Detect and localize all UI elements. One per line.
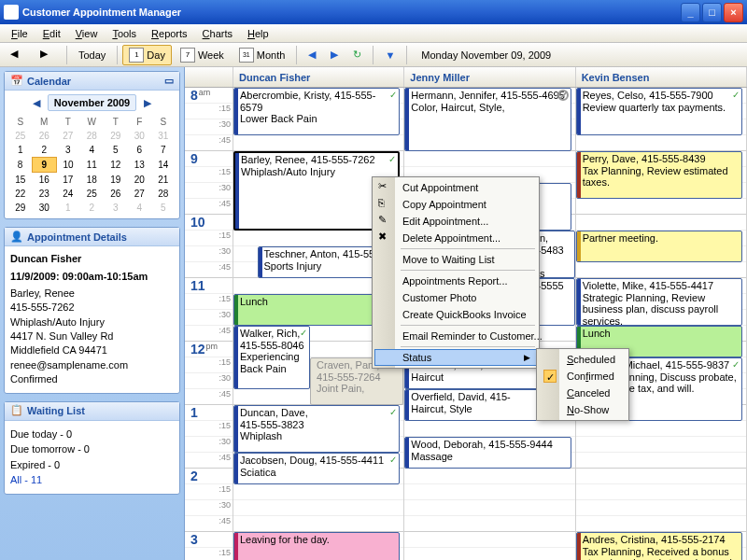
cal-day[interactable]: 25 xyxy=(8,129,33,143)
cal-day[interactable]: 5 xyxy=(104,143,128,158)
cal-day[interactable]: 12 xyxy=(104,158,128,173)
cal-day[interactable]: 29 xyxy=(104,129,128,143)
cal-day[interactable]: 30 xyxy=(128,129,152,143)
context-item[interactable]: Status▶Scheduled✓ConfirmedCanceledNo-Sho… xyxy=(374,349,537,366)
cal-month-label[interactable]: November 2009 xyxy=(48,94,136,111)
close-button[interactable]: × xyxy=(724,3,743,22)
cal-next-button[interactable]: ▶ xyxy=(142,97,153,108)
cal-day[interactable]: 23 xyxy=(33,187,57,201)
cal-day[interactable]: 6 xyxy=(128,143,152,158)
cal-day[interactable]: 28 xyxy=(80,129,105,143)
collapse-icon[interactable]: ▭ xyxy=(164,75,174,87)
menu-tools[interactable]: Tools xyxy=(105,26,144,41)
cal-day[interactable]: 22 xyxy=(8,187,33,201)
cal-day[interactable]: 3 xyxy=(104,201,128,215)
prev-button[interactable]: ◀ xyxy=(302,45,322,65)
titlebar[interactable]: Customer Appointment Manager _ □ × xyxy=(0,0,747,24)
today-button[interactable]: Today xyxy=(72,45,112,65)
column-header[interactable]: Kevin Bensen xyxy=(576,67,747,87)
menu-file[interactable]: File xyxy=(4,26,35,41)
cal-day[interactable]: 3 xyxy=(56,143,80,158)
menu-charts[interactable]: Charts xyxy=(195,26,240,41)
appointment[interactable]: Wood, Deborah, 415-555-9444 Massage xyxy=(404,437,571,469)
cal-day[interactable]: 13 xyxy=(128,158,152,173)
cal-day[interactable]: 4 xyxy=(128,201,152,215)
cal-day[interactable]: 31 xyxy=(151,129,176,143)
minimize-button[interactable]: _ xyxy=(681,3,700,22)
cal-day[interactable]: 15 xyxy=(8,173,33,188)
context-item[interactable]: Move to Waiting List xyxy=(374,251,537,268)
context-item[interactable]: Email Reminder to Customer... xyxy=(374,328,537,344)
context-item[interactable]: ✎Edit Appointment... xyxy=(374,213,537,230)
cal-day[interactable]: 2 xyxy=(80,201,105,215)
status-submenu[interactable]: Scheduled✓ConfirmedCanceledNo-Show xyxy=(536,348,629,421)
cal-day[interactable]: 25 xyxy=(80,187,105,201)
context-item[interactable]: ⎘Copy Appointment xyxy=(374,196,537,213)
maximize-button[interactable]: □ xyxy=(702,3,722,22)
cal-day[interactable]: 1 xyxy=(56,201,80,215)
cal-day[interactable]: 28 xyxy=(151,187,176,201)
menu-reports[interactable]: Reports xyxy=(144,26,195,41)
cal-day[interactable]: 27 xyxy=(56,129,80,143)
cal-day[interactable]: 4 xyxy=(80,143,105,158)
appointment[interactable]: Walker, Rich, 415-555-8046 Experiencing … xyxy=(233,326,310,389)
cal-day[interactable]: 8 xyxy=(8,158,33,173)
status-item[interactable]: No-Show xyxy=(539,401,627,418)
cal-day[interactable]: 10 xyxy=(56,158,80,173)
waiting-line[interactable]: Expired - 0 xyxy=(10,457,174,473)
column-header[interactable]: Duncan Fisher xyxy=(233,67,404,87)
filter-button[interactable]: ▼ xyxy=(378,45,402,65)
status-item[interactable]: ✓Confirmed xyxy=(539,368,627,385)
refresh-button[interactable]: ↻ xyxy=(346,45,368,65)
calendar-header[interactable]: 📅 Calendar ▭ xyxy=(5,72,179,91)
appointment[interactable]: Abercrombie, Kristy, 415-555-6579 Lower … xyxy=(233,88,400,135)
status-item[interactable]: Canceled xyxy=(539,385,627,401)
details-header[interactable]: 👤 Appointment Details xyxy=(5,228,179,246)
cal-prev-button[interactable]: ◀ xyxy=(31,97,42,108)
cal-day[interactable]: 9 xyxy=(33,158,57,173)
day-view-button[interactable]: 1Day xyxy=(122,45,172,65)
context-item[interactable]: Create QuickBooks Invoice xyxy=(374,306,537,323)
cal-day[interactable]: 17 xyxy=(56,173,80,188)
cal-day[interactable]: 20 xyxy=(128,173,152,188)
schedule-column[interactable]: Reyes, Celso, 415-555-7900 Review quarte… xyxy=(576,88,747,560)
cal-day[interactable]: 14 xyxy=(151,158,176,173)
forward-button[interactable]: ▶ xyxy=(34,45,62,65)
menu-view[interactable]: View xyxy=(68,26,106,41)
cal-day[interactable]: 29 xyxy=(8,201,33,215)
context-item[interactable]: Appointments Report... xyxy=(374,273,537,289)
context-item[interactable]: ✖Delete Appointment... xyxy=(374,230,537,246)
week-view-button[interactable]: 7Week xyxy=(174,45,231,65)
appointment[interactable]: Andres, Cristina, 415-555-2174 Tax Plann… xyxy=(576,532,742,560)
menu-help[interactable]: Help xyxy=(240,26,276,41)
menu-edit[interactable]: Edit xyxy=(35,26,68,41)
context-menu[interactable]: ✂Cut Appointment⎘Copy Appointment✎Edit A… xyxy=(372,176,540,369)
appointment[interactable]: Reyes, Celso, 415-555-7900 Review quarte… xyxy=(576,88,742,135)
cal-day[interactable]: 19 xyxy=(104,173,128,188)
waiting-all[interactable]: All - 11 xyxy=(10,472,174,488)
appointment[interactable]: Jacobsen, Doug, 415-555-4411 Sciatica✓ xyxy=(233,453,400,484)
cal-day[interactable]: 7 xyxy=(151,143,176,158)
appointment[interactable]: Partner meeting. xyxy=(576,231,742,262)
cal-day[interactable]: 21 xyxy=(151,173,176,188)
next-button[interactable]: ▶ xyxy=(324,45,345,65)
cal-day[interactable]: 26 xyxy=(33,129,57,143)
appointment[interactable]: Duncan, Dave, 415-555-3823 Whiplash✓ xyxy=(233,405,400,453)
cal-day[interactable]: 27 xyxy=(128,187,152,201)
cal-day[interactable]: 24 xyxy=(56,187,80,201)
cal-day[interactable]: 1 xyxy=(8,143,33,158)
month-view-button[interactable]: 31Month xyxy=(233,45,292,65)
appointment[interactable]: Leaving for the day. xyxy=(233,532,400,560)
cal-day[interactable]: 5 xyxy=(151,201,176,215)
waiting-line[interactable]: Due today - 0 xyxy=(10,427,174,442)
appointment[interactable]: Violette, Mike, 415-555-4417 Strategic P… xyxy=(576,278,742,326)
column-header[interactable]: Jenny Miller xyxy=(404,67,575,87)
back-button[interactable]: ◀ xyxy=(4,45,32,65)
context-item[interactable]: ✂Cut Appointment xyxy=(374,179,537,196)
waiting-line[interactable]: Due tomorrow - 0 xyxy=(10,441,174,457)
context-item[interactable]: Customer Photo xyxy=(374,289,537,306)
cal-day[interactable]: 26 xyxy=(104,187,128,201)
cal-day[interactable]: 2 xyxy=(33,143,57,158)
waiting-header[interactable]: 📋 Waiting List xyxy=(5,402,179,421)
cal-day[interactable]: 18 xyxy=(80,173,105,188)
